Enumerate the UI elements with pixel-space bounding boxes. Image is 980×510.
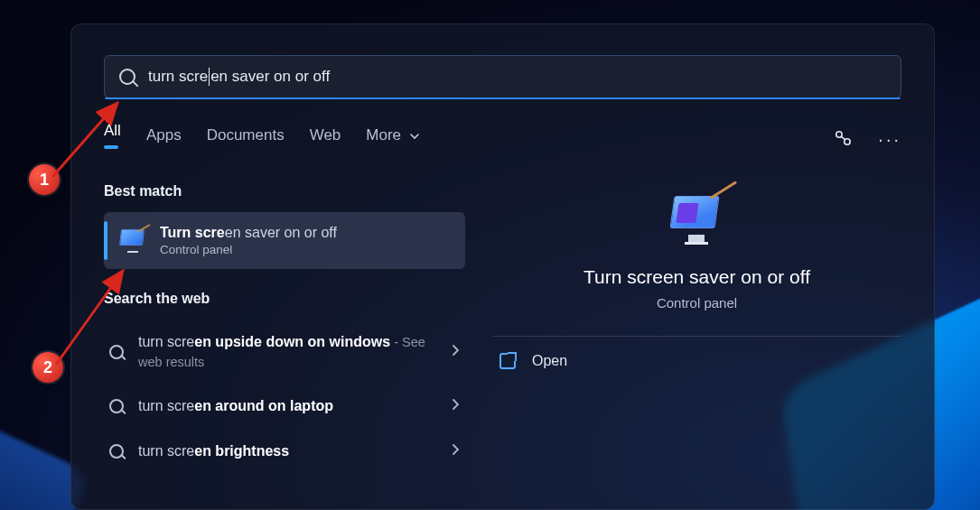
best-match-result[interactable]: Turn screen saver on or off Control pane… <box>104 212 465 269</box>
chevron-right-icon <box>451 344 460 360</box>
tab-apps[interactable]: Apps <box>146 126 182 152</box>
search-web-heading: Search the web <box>104 291 465 307</box>
preview-title: Turn screen saver on or off <box>492 266 901 288</box>
tab-documents[interactable]: Documents <box>207 126 285 152</box>
web-result-2[interactable]: turn screen brightness <box>104 429 465 474</box>
tab-all-label: All <box>104 122 121 139</box>
web-result-text: turn screen brightness <box>138 441 289 461</box>
tab-apps-label: Apps <box>146 126 182 144</box>
screensaver-icon-large <box>667 192 728 246</box>
chevron-down-icon <box>409 131 420 142</box>
chevron-right-icon <box>451 443 460 459</box>
tab-more-label: More <box>366 126 401 144</box>
tab-web[interactable]: Web <box>310 126 341 152</box>
svg-point-0 <box>836 132 842 137</box>
search-icon <box>109 399 124 413</box>
open-action[interactable]: Open <box>492 337 901 385</box>
search-input[interactable]: turn screen saver on or off <box>104 55 901 98</box>
chevron-right-icon <box>451 398 460 414</box>
tab-active-underline <box>104 145 118 149</box>
preview-subtitle: Control panel <box>492 295 901 311</box>
web-result-text: turn screen around on laptop <box>138 396 333 416</box>
search-text-before: turn scre <box>148 68 208 85</box>
results-column: Best match Turn screen saver on or off C… <box>104 183 465 473</box>
search-text: turn screen saver on or off <box>148 68 330 87</box>
text-cursor <box>209 68 210 86</box>
screensaver-icon <box>118 229 147 253</box>
best-match-subtitle: Control panel <box>160 243 337 256</box>
annotation-step-1: 1 <box>29 164 60 195</box>
web-result-1[interactable]: turn screen around on laptop <box>104 384 465 429</box>
open-external-icon <box>499 353 516 369</box>
best-match-title-bold: Turn scre <box>160 225 225 240</box>
preview-column: Turn screen saver on or off Control pane… <box>492 183 901 473</box>
open-label: Open <box>532 353 567 369</box>
search-icon <box>109 444 124 459</box>
filter-tabs: All Apps Documents Web More ··· <box>104 122 901 156</box>
more-options-button[interactable]: ··· <box>878 129 901 150</box>
start-search-panel: turn screen saver on or off All Apps Doc… <box>70 23 935 510</box>
web-result-text: turn screen upside down on windows - See… <box>138 332 451 371</box>
tab-web-label: Web <box>310 126 341 144</box>
web-result-0[interactable]: turn screen upside down on windows - See… <box>104 320 465 384</box>
account-org-button[interactable] <box>833 129 853 149</box>
search-icon <box>109 345 124 359</box>
search-text-after: en saver on or off <box>210 68 330 85</box>
svg-point-1 <box>845 139 850 144</box>
organization-icon <box>833 129 853 149</box>
best-match-heading: Best match <box>104 183 465 199</box>
best-match-title: Turn screen saver on or off <box>160 225 337 241</box>
tab-all[interactable]: All <box>104 122 121 156</box>
tab-documents-label: Documents <box>207 126 285 144</box>
best-match-title-rest: en saver on or off <box>225 225 337 240</box>
tab-more[interactable]: More <box>366 126 419 152</box>
annotation-step-2: 2 <box>33 352 63 383</box>
search-icon <box>119 69 135 85</box>
